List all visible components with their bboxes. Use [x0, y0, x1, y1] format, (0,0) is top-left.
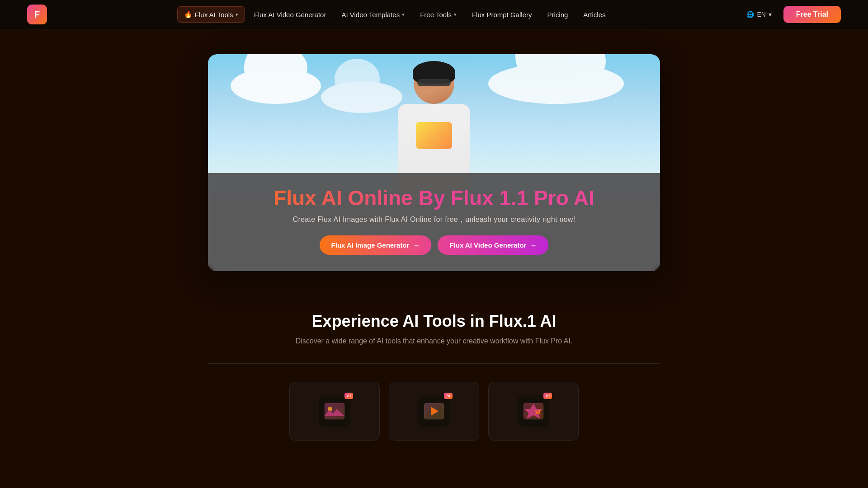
nav-label-ai-video-templates: AI Video Templates [341, 11, 400, 19]
chevron-down-icon: ▾ [236, 12, 238, 18]
hero-video-gen-label: Flux AI Video Generator [449, 241, 526, 249]
person-head [414, 63, 454, 104]
person-shirt-design [416, 122, 452, 149]
hero-subtitle: Create Flux AI Images with Flux AI Onlin… [226, 215, 642, 225]
nav-label-free-tools: Free Tools [420, 11, 452, 19]
nav-item-flux-ai-video-generator[interactable]: Flux AI Video Generator [248, 7, 333, 22]
chevron-down-lang: ▾ [769, 11, 772, 18]
feature-icon-wrap-video: AI [418, 395, 450, 427]
feature-icon-wrap-creative: AI [518, 395, 549, 427]
hero-image-generator-button[interactable]: Flux AI Image Generator → [320, 235, 432, 255]
feature-card-creative-gen[interactable]: AI [488, 382, 579, 441]
nav-right: 🌐 EN ▾ Free Trial [742, 6, 841, 23]
features-section: Experience AI Tools in Flux.1 AI Discove… [208, 312, 660, 441]
main-nav: F 🔥 Flux AI Tools ▾ Flux AI Video Genera… [0, 0, 868, 29]
feature-card-video-gen[interactable]: AI [389, 382, 479, 441]
nav-item-flux-ai-tools[interactable]: 🔥 Flux AI Tools ▾ [177, 6, 245, 23]
nav-label-flux-prompt-gallery: Flux Prompt Gallery [472, 11, 532, 19]
free-trial-button[interactable]: Free Trial [783, 6, 841, 23]
hero-overlay: Flux AI Online By Flux 1.1 Pro AI Create… [208, 173, 660, 271]
arrow-right-icon-2: → [530, 241, 537, 249]
nav-label-pricing: Pricing [547, 11, 568, 19]
language-selector[interactable]: 🌐 EN ▾ [742, 8, 776, 21]
globe-icon: 🌐 [746, 11, 754, 18]
nav-label-flux-ai-video-generator: Flux AI Video Generator [254, 11, 326, 19]
creative-ai-icon [522, 400, 545, 422]
svg-rect-1 [325, 403, 344, 419]
nav-item-flux-prompt-gallery[interactable]: Flux Prompt Gallery [466, 7, 538, 22]
nav-item-articles[interactable]: Articles [577, 7, 612, 22]
chevron-down-icon-free-tools: ▾ [454, 12, 457, 18]
ai-badge-creative: AI [543, 393, 552, 399]
image-ai-icon [323, 400, 346, 422]
logo-icon: F [27, 5, 47, 24]
logo-link[interactable]: F [27, 5, 47, 24]
hero-buttons: Flux AI Image Generator → Flux AI Video … [226, 235, 642, 255]
person-sunglasses [417, 79, 451, 86]
feature-card-image-gen[interactable]: AI [289, 382, 380, 441]
chevron-down-icon-templates: ▾ [402, 12, 405, 18]
nav-label-articles: Articles [583, 11, 605, 19]
lang-label: EN [757, 11, 765, 18]
features-divider [208, 363, 660, 364]
ai-badge-video: AI [444, 393, 453, 399]
features-grid: AI [208, 382, 660, 441]
nav-menu: 🔥 Flux AI Tools ▾ Flux AI Video Generato… [177, 6, 612, 23]
nav-item-free-tools[interactable]: Free Tools ▾ [414, 7, 463, 22]
arrow-right-icon: → [413, 241, 420, 249]
features-subtitle: Discover a wide range of AI tools that e… [208, 337, 660, 345]
fire-icon: 🔥 [184, 10, 193, 19]
hero-video-generator-button[interactable]: Flux AI Video Generator → [438, 235, 548, 255]
hero-title: Flux AI Online By Flux 1.1 Pro AI [226, 187, 642, 210]
nav-item-ai-video-templates[interactable]: AI Video Templates ▾ [335, 7, 411, 22]
nav-label-flux-ai-tools: Flux AI Tools [195, 11, 233, 19]
video-ai-icon [423, 400, 445, 422]
feature-icon-wrap-image: AI [319, 395, 350, 427]
nav-item-pricing[interactable]: Pricing [541, 7, 574, 22]
hero-image-gen-label: Flux AI Image Generator [331, 241, 410, 249]
cloud-decoration-2 [488, 63, 624, 104]
main-content: Flux AI Online By Flux 1.1 Pro AI Create… [0, 0, 868, 441]
cloud-decoration-1 [231, 68, 321, 104]
features-title: Experience AI Tools in Flux.1 AI [208, 312, 660, 331]
hero-section: Flux AI Online By Flux 1.1 Pro AI Create… [208, 54, 660, 271]
ai-badge-image: AI [344, 393, 353, 399]
